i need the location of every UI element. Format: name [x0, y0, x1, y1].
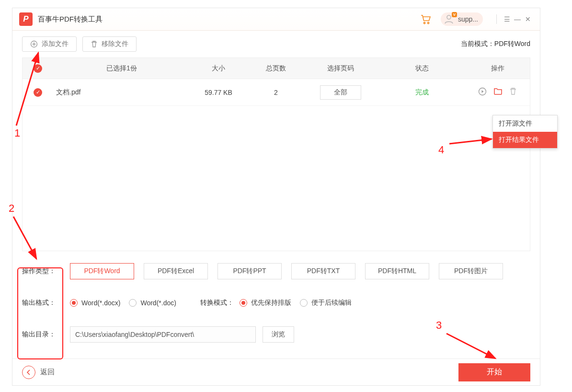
add-file-label: 添加文件 [42, 40, 69, 48]
file-size: 59.77 KB [187, 89, 250, 96]
toolbar: 添加文件 移除文件 当前模式：PDF转Word [12, 31, 540, 58]
mode-label: 转换模式： [200, 299, 234, 307]
minimize-icon[interactable]: — [512, 15, 523, 23]
col-pages: 总页数 [250, 64, 302, 73]
annotation-4: 4 [438, 144, 444, 156]
col-selected: 已选择1份 [53, 64, 187, 73]
format-doc[interactable]: Word(*.doc) [129, 299, 176, 307]
arrow-1-icon [4, 49, 44, 127]
type-label: 操作类型： [22, 267, 70, 276]
svg-point-2 [447, 15, 451, 19]
svg-line-6 [13, 217, 36, 259]
annotation-2: 2 [9, 202, 14, 215]
radio-icon [240, 299, 247, 307]
back-label: 返回 [40, 368, 55, 377]
app-logo: P [19, 12, 33, 26]
app-window: P 百事牛PDF转换工具 V supp... ☰ — ✕ 添加文件 [12, 8, 540, 386]
format-docx[interactable]: Word(*.docx) [70, 299, 120, 307]
user-menu[interactable]: V supp... [441, 12, 483, 26]
delete-icon[interactable] [509, 87, 517, 97]
mode-keep-layout[interactable]: 优先保持排版 [240, 299, 291, 307]
type-pdf-image[interactable]: PDF转图片 [439, 263, 503, 279]
status-badge: 完成 [415, 88, 429, 96]
type-pdf-txt[interactable]: PDF转TXT [291, 263, 355, 279]
svg-line-7 [446, 334, 495, 358]
user-name: supp... [458, 15, 478, 23]
type-pdf-html[interactable]: PDF转HTML [365, 263, 429, 279]
back-arrow-icon [22, 366, 35, 379]
remove-file-label: 移除文件 [102, 40, 128, 48]
arrow-2-icon [11, 214, 41, 264]
arrow-3-icon [444, 331, 501, 364]
mode-easy-edit[interactable]: 便于后续编辑 [300, 299, 352, 307]
col-status: 状态 [379, 64, 465, 73]
play-icon[interactable] [478, 87, 487, 97]
annotation-1: 1 [14, 127, 20, 139]
type-pdf-word[interactable]: PDF转Word [70, 263, 134, 279]
svg-line-8 [449, 139, 492, 144]
cart-icon[interactable] [420, 13, 432, 25]
type-pdf-excel[interactable]: PDF转Excel [144, 263, 208, 279]
app-title: 百事牛PDF转换工具 [38, 15, 103, 24]
svg-point-1 [427, 22, 429, 23]
menu-icon[interactable]: ☰ [502, 15, 512, 23]
vip-badge: V [452, 12, 457, 17]
menu-open-result[interactable]: 打开结果文件 [493, 132, 557, 148]
context-menu: 打开源文件 打开结果文件 [492, 115, 558, 149]
back-button[interactable]: 返回 [22, 366, 55, 379]
file-name: 文档.pdf [53, 88, 187, 97]
type-pdf-ppt[interactable]: PDF转PPT [217, 263, 282, 279]
output-dir-input[interactable] [70, 326, 256, 343]
close-icon[interactable]: ✕ [523, 15, 533, 23]
file-table: ✓ 已选择1份 大小 总页数 选择页码 状态 操作 ✓ 文档.pdf 59.77… [22, 58, 530, 251]
browse-button[interactable]: 浏览 [263, 326, 294, 343]
svg-point-0 [423, 22, 425, 23]
annotation-3: 3 [436, 319, 442, 332]
current-mode: 当前模式：PDF转Word [461, 40, 530, 48]
table-header: ✓ 已选择1份 大小 总页数 选择页码 状态 操作 [23, 58, 530, 79]
radio-icon [70, 299, 78, 307]
radio-icon [129, 299, 137, 307]
dir-label: 输出目录： [22, 330, 70, 339]
col-ops: 操作 [465, 64, 530, 73]
start-button[interactable]: 开始 [458, 363, 530, 381]
col-range: 选择页码 [302, 64, 379, 73]
arrow-4-icon [447, 135, 495, 147]
open-folder-icon[interactable] [493, 87, 503, 97]
page-range-button[interactable]: 全部 [320, 85, 361, 100]
title-bar: P 百事牛PDF转换工具 V supp... ☰ — ✕ [12, 8, 540, 31]
svg-line-5 [16, 53, 38, 126]
menu-open-source[interactable]: 打开源文件 [493, 115, 557, 132]
avatar-icon: V [444, 14, 454, 24]
radio-icon [300, 299, 308, 307]
table-row: ✓ 文档.pdf 59.77 KB 2 全部 完成 [23, 79, 530, 106]
format-label: 输出格式： [22, 299, 70, 307]
remove-file-button[interactable]: 移除文件 [82, 36, 137, 52]
file-pages: 2 [250, 89, 302, 96]
col-size: 大小 [187, 64, 250, 73]
